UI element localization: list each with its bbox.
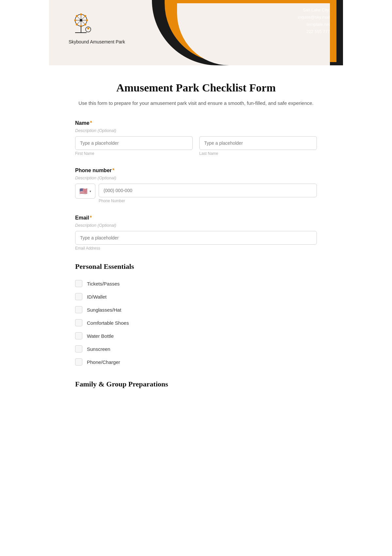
phone-label: Phone number*	[75, 168, 317, 173]
first-name-wrapper: First Name	[75, 136, 193, 156]
phone-input[interactable]	[99, 184, 317, 197]
checklist-item-label: ID/Wallet	[87, 294, 106, 300]
country-select[interactable]: 🇺🇸 ▾	[75, 184, 95, 199]
checkbox[interactable]	[75, 306, 82, 313]
svg-point-17	[87, 27, 89, 29]
checklist-item-label: Phone/Charger	[87, 359, 120, 365]
svg-point-11	[84, 15, 86, 17]
svg-point-8	[74, 19, 76, 21]
contact-phone: 222 555 777	[298, 28, 330, 35]
svg-point-12	[84, 24, 86, 25]
svg-point-10	[76, 15, 78, 17]
list-item: Comfortable Shoes	[75, 317, 317, 329]
email-input[interactable]	[75, 231, 317, 245]
form-description: Use this form to prepare for your amusem…	[75, 99, 317, 107]
checkbox[interactable]	[75, 345, 82, 352]
checklist-item-label: Tickets/Passes	[87, 281, 120, 286]
name-input-row: First Name Last Name	[75, 136, 317, 156]
email-input-wrapper: Email Address	[75, 231, 317, 251]
list-item: Sunscreen	[75, 343, 317, 355]
phone-sublabel: Phone Number	[99, 199, 317, 203]
family-group-section: Family & Group Preparations	[75, 380, 317, 388]
svg-point-9	[86, 19, 88, 21]
list-item: Tickets/Passes	[75, 277, 317, 290]
list-item: Sunglasses/Hat	[75, 303, 317, 316]
flag-icon: 🇺🇸	[79, 187, 88, 195]
email-sublabel: Email Address	[75, 246, 317, 251]
name-section: Name* Description (Optional) First Name …	[75, 120, 317, 156]
contact-city: Salt Lake City,	[298, 7, 330, 14]
form-title: Amusement Park Checklist Form	[75, 82, 317, 94]
email-section: Email* Description (Optional) Email Addr…	[75, 215, 317, 251]
last-name-input[interactable]	[199, 136, 317, 150]
checkbox[interactable]	[75, 319, 82, 326]
phone-description: Description (Optional)	[75, 175, 317, 180]
first-name-sublabel: First Name	[75, 151, 193, 156]
list-item: ID/Wallet	[75, 290, 317, 303]
checkbox[interactable]	[75, 293, 82, 300]
checkbox[interactable]	[75, 280, 82, 287]
chevron-down-icon: ▾	[90, 189, 91, 193]
main-content: Amusement Park Checklist Form Use this f…	[49, 65, 343, 420]
email-description: Description (Optional)	[75, 223, 317, 228]
checklist-item-label: Comfortable Shoes	[87, 320, 129, 326]
first-name-input[interactable]	[75, 136, 193, 150]
checkbox[interactable]	[75, 332, 82, 339]
header-contact: Salt Lake City, inquire@sky.mail templat…	[298, 7, 330, 35]
list-item: Water Bottle	[75, 330, 317, 342]
personal-essentials-heading: Personal Essentials	[75, 262, 317, 271]
svg-point-13	[76, 24, 78, 25]
list-item: Phone/Charger	[75, 356, 317, 368]
family-group-heading: Family & Group Preparations	[75, 380, 317, 388]
brand-name: Skybound Amusement Park	[69, 39, 125, 44]
phone-input-row: 🇺🇸 ▾ Phone Number	[75, 184, 317, 203]
last-name-wrapper: Last Name	[199, 136, 317, 156]
personal-essentials-section: Personal Essentials Tickets/PassesID/Wal…	[75, 262, 317, 368]
logo-area: Skybound Amusement Park	[69, 10, 125, 44]
checkbox[interactable]	[75, 358, 82, 366]
checklist-item-label: Sunglasses/Hat	[87, 307, 121, 313]
last-name-sublabel: Last Name	[199, 151, 317, 156]
email-label: Email*	[75, 215, 317, 221]
svg-point-6	[80, 13, 82, 15]
header: Skybound Amusement Park Salt Lake City, …	[49, 0, 343, 65]
phone-input-wrapper: Phone Number	[99, 184, 317, 203]
contact-email: inquire@sky.mail	[298, 14, 330, 21]
personal-essentials-list: Tickets/PassesID/WalletSunglasses/HatCom…	[75, 277, 317, 368]
checklist-item-label: Sunscreen	[87, 346, 110, 352]
checklist-item-label: Water Bottle	[87, 333, 114, 339]
name-description: Description (Optional)	[75, 128, 317, 133]
name-label: Name*	[75, 120, 317, 126]
logo-icon	[69, 10, 95, 36]
phone-section: Phone number* Description (Optional) 🇺🇸 …	[75, 168, 317, 203]
contact-website: template.net	[298, 21, 330, 28]
